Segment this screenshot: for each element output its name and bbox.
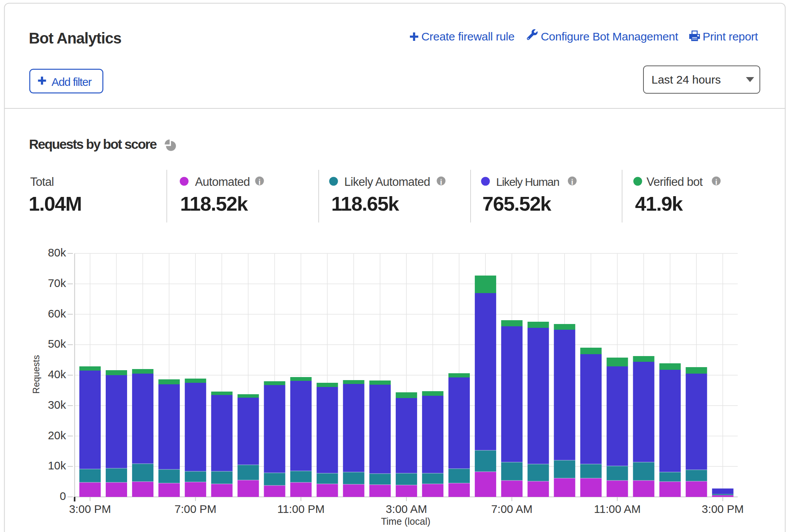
- svg-text:Last 24 hours: Last 24 hours: [651, 73, 721, 86]
- svg-text:3:00 PM: 3:00 PM: [69, 503, 111, 515]
- svg-text:41.9k: 41.9k: [635, 192, 683, 215]
- svg-text:Time (local): Time (local): [381, 516, 430, 527]
- svg-text:70k: 70k: [48, 277, 66, 289]
- svg-text:30k: 30k: [48, 398, 66, 411]
- svg-text:118.52k: 118.52k: [180, 192, 248, 215]
- svg-text:765.52k: 765.52k: [482, 192, 552, 215]
- svg-text:Print report: Print report: [703, 30, 758, 43]
- svg-text:3:00 PM: 3:00 PM: [702, 503, 744, 515]
- svg-text:20k: 20k: [48, 429, 66, 442]
- svg-text:7:00 AM: 7:00 AM: [491, 503, 532, 515]
- svg-text:0: 0: [60, 490, 66, 502]
- svg-text:i: i: [715, 178, 717, 186]
- svg-text:i: i: [258, 178, 261, 186]
- svg-text:10k: 10k: [48, 459, 66, 472]
- svg-text:7:00 PM: 7:00 PM: [174, 503, 216, 515]
- svg-text:Create firewall rule: Create firewall rule: [421, 30, 514, 43]
- svg-text:11:00 AM: 11:00 AM: [594, 503, 640, 515]
- svg-text:40k: 40k: [48, 368, 66, 380]
- svg-text:50k: 50k: [48, 337, 66, 350]
- svg-text:i: i: [571, 178, 574, 186]
- svg-text:80k: 80k: [48, 246, 66, 259]
- svg-text:i: i: [440, 178, 442, 186]
- svg-text:Add filter: Add filter: [52, 76, 92, 88]
- svg-text:60k: 60k: [48, 307, 66, 320]
- svg-text:Requests by bot score: Requests by bot score: [29, 137, 157, 152]
- svg-text:11:00 PM: 11:00 PM: [277, 503, 324, 515]
- svg-text:Total: Total: [30, 175, 54, 189]
- svg-text:Bot Analytics: Bot Analytics: [29, 30, 121, 47]
- svg-text:Requests: Requests: [31, 355, 41, 393]
- svg-text:Likely Human: Likely Human: [496, 176, 559, 188]
- svg-text:Automated: Automated: [195, 175, 250, 189]
- svg-text:118.65k: 118.65k: [331, 192, 400, 215]
- svg-text:3:00 AM: 3:00 AM: [386, 503, 427, 515]
- svg-text:1.04M: 1.04M: [29, 192, 81, 215]
- svg-text:Configure Bot Management: Configure Bot Management: [541, 30, 679, 43]
- svg-text:Verified bot: Verified bot: [647, 175, 703, 189]
- svg-text:Likely Automated: Likely Automated: [344, 175, 430, 189]
